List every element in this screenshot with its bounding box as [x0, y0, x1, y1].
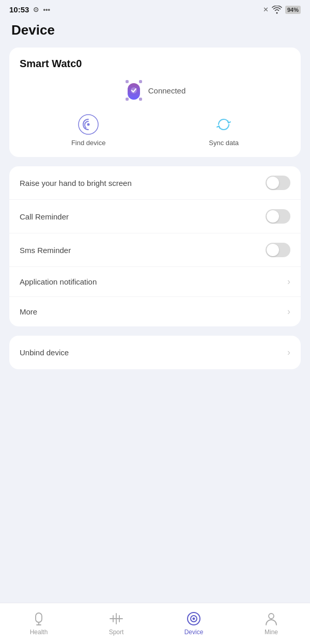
svg-point-7	[87, 123, 90, 126]
sync-data-label: Sync data	[209, 139, 239, 147]
nav-mine[interactable]: Mine	[233, 611, 310, 636]
svg-rect-4	[139, 98, 142, 101]
more-row[interactable]: More ›	[9, 297, 301, 326]
svg-rect-3	[126, 98, 129, 101]
status-dots: •••	[43, 6, 50, 13]
device-name: Smart Watc0	[20, 58, 290, 70]
sport-icon	[109, 611, 123, 626]
nav-health[interactable]: Health	[0, 611, 78, 636]
more-label: More	[20, 307, 37, 316]
device-status: Connected	[20, 79, 290, 102]
device-nav-icon	[187, 611, 201, 626]
battery-icon: 94%	[285, 6, 301, 14]
health-icon	[32, 611, 46, 626]
sync-icon	[213, 114, 234, 135]
mine-nav-label: Mine	[265, 629, 278, 636]
nav-sport[interactable]: Sport	[78, 611, 155, 636]
sms-reminder-toggle[interactable]	[266, 243, 290, 257]
svg-rect-1	[126, 80, 129, 83]
health-nav-label: Health	[30, 629, 48, 636]
more-chevron: ›	[287, 306, 290, 317]
status-left: 10:53 ⊙ •••	[9, 5, 50, 14]
call-reminder-label: Call Reminder	[20, 212, 69, 221]
nav-device[interactable]: Device	[155, 611, 233, 636]
sms-reminder-label: Sms Reminder	[20, 246, 71, 255]
connection-status: Connected	[148, 86, 186, 95]
sms-reminder-row: Sms Reminder	[9, 233, 301, 267]
settings-card: Raise your hand to bright screen Call Re…	[9, 166, 301, 326]
bottom-nav: Health Sport Device	[0, 603, 310, 644]
status-right: ✕ 94%	[263, 6, 301, 14]
status-app-icon: ⊙	[33, 6, 39, 13]
sport-nav-label: Sport	[109, 629, 124, 636]
svg-point-17	[193, 618, 195, 620]
watch-status-icon	[125, 79, 143, 102]
app-notification-label: Application notification	[20, 277, 97, 286]
call-reminder-toggle[interactable]	[266, 209, 290, 224]
raise-hand-toggle[interactable]	[266, 176, 290, 190]
app-notification-row[interactable]: Application notification ›	[9, 267, 301, 297]
unbind-chevron: ›	[287, 347, 290, 358]
device-card: Smart Watc0 Connected	[9, 48, 301, 157]
svg-point-18	[269, 614, 274, 619]
unbind-row: Unbind device ›	[9, 336, 301, 369]
call-reminder-row: Call Reminder	[9, 200, 301, 233]
unbind-label: Unbind device	[20, 348, 69, 357]
device-nav-label: Device	[184, 629, 204, 636]
find-device-button[interactable]: Find device	[71, 114, 105, 147]
page-title: Device	[0, 17, 310, 48]
svg-rect-2	[139, 80, 142, 83]
mine-icon	[264, 611, 278, 626]
find-device-label: Find device	[71, 139, 105, 147]
find-device-icon	[78, 114, 99, 135]
raise-hand-row: Raise your hand to bright screen	[9, 166, 301, 200]
sync-data-button[interactable]: Sync data	[209, 114, 239, 147]
main-content: Smart Watc0 Connected	[0, 48, 310, 369]
cross-icon: ✕	[263, 6, 269, 13]
device-actions: Find device Sync data	[20, 114, 290, 147]
raise-hand-label: Raise your hand to bright screen	[20, 179, 132, 187]
svg-rect-8	[36, 613, 42, 622]
wifi-icon	[272, 6, 282, 14]
app-notification-chevron: ›	[287, 276, 290, 287]
status-bar: 10:53 ⊙ ••• ✕ 94%	[0, 0, 310, 17]
status-time: 10:53	[9, 5, 29, 14]
unbind-card[interactable]: Unbind device ›	[9, 336, 301, 369]
